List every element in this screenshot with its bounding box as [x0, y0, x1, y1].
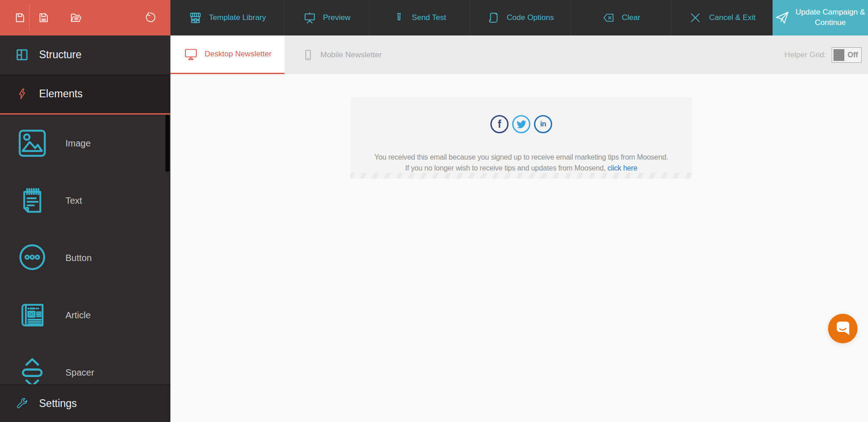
- element-item-label: Button: [65, 253, 92, 263]
- footer-text-line1: You received this email because you sign…: [350, 153, 692, 161]
- open-folder-icon[interactable]: [69, 11, 83, 24]
- save-icon[interactable]: [14, 12, 26, 24]
- facebook-icon[interactable]: f: [490, 115, 509, 133]
- helper-grid-toggle[interactable]: Off: [832, 47, 862, 63]
- code-options-button[interactable]: Code Options: [470, 0, 571, 35]
- cancel-exit-button[interactable]: Cancel & Exit: [671, 0, 773, 35]
- desktop-monitor-icon: [183, 47, 199, 61]
- notepad-icon: [16, 185, 48, 216]
- top-toolbar: Template Library Preview Send Test Code …: [0, 0, 868, 35]
- clear-backspace-icon: [602, 11, 615, 24]
- email-footer-block[interactable]: f in You received this email because you…: [350, 97, 692, 179]
- chat-bubble-smile-icon: [828, 314, 858, 343]
- presentation-icon: [303, 11, 316, 25]
- toggle-knob: [833, 49, 844, 61]
- toolbar-dotted-divider: [29, 5, 30, 30]
- lightning-icon: [15, 87, 29, 100]
- footer-line2-prefix: If you no longer wish to receive tips an…: [405, 164, 608, 172]
- sidebar-item-structure[interactable]: Structure: [0, 35, 170, 74]
- helper-grid-control: Helper Grid: Off: [784, 35, 862, 74]
- spacer-arrows-icon: [16, 357, 48, 384]
- sidebar-item-elements[interactable]: Elements: [0, 74, 170, 115]
- x-icon: [688, 11, 702, 25]
- toolbar-buttons: Template Library Preview Send Test Code …: [170, 0, 773, 35]
- circle-dots-icon: [16, 242, 48, 274]
- update-campaign-continue-label: Update Campaign & Continue: [794, 7, 866, 28]
- template-library-button[interactable]: Template Library: [170, 0, 284, 35]
- code-options-label: Code Options: [507, 13, 554, 22]
- newspaper-icon: [16, 299, 48, 331]
- tab-desktop-newsletter[interactable]: Desktop Newsletter: [170, 35, 284, 74]
- undo-icon[interactable]: [144, 11, 156, 25]
- clear-label: Clear: [622, 13, 640, 22]
- smartphone-icon: [302, 48, 314, 62]
- sidebar-item-settings[interactable]: Settings: [0, 384, 170, 422]
- scroll-icon: [487, 11, 500, 24]
- clear-button[interactable]: Clear: [571, 0, 671, 35]
- element-item-spacer[interactable]: Spacer: [0, 344, 170, 384]
- save-as-icon[interactable]: [38, 12, 50, 24]
- newsletter-canvas: f in You received this email because you…: [170, 74, 868, 422]
- moosend-campaign-editor: Template Library Preview Send Test Code …: [0, 0, 868, 422]
- footer-text-line2: If you no longer wish to receive tips an…: [350, 164, 692, 172]
- sidebar-scrollbar-thumb[interactable]: [165, 115, 170, 172]
- elements-list: Image Text Button Article: [0, 115, 170, 384]
- element-item-image[interactable]: Image: [0, 115, 170, 172]
- element-item-text[interactable]: Text: [0, 172, 170, 229]
- cancel-exit-label: Cancel & Exit: [709, 13, 755, 22]
- tab-desktop-label: Desktop Newsletter: [205, 50, 271, 59]
- twitter-icon[interactable]: [512, 115, 530, 133]
- update-campaign-continue-button[interactable]: Update Campaign & Continue: [773, 0, 868, 35]
- layout-panes-icon: [15, 48, 29, 62]
- template-library-label: Template Library: [209, 13, 266, 22]
- email-block-edge-pattern: [350, 173, 692, 179]
- element-item-label: Spacer: [65, 367, 94, 378]
- sidebar-elements-label: Elements: [39, 88, 83, 100]
- element-item-label: Text: [65, 196, 82, 206]
- chat-launcher-button[interactable]: [828, 314, 858, 343]
- newsletter-tabbar: Desktop Newsletter Mobile Newsletter Hel…: [170, 35, 868, 74]
- preview-button[interactable]: Preview: [284, 0, 369, 35]
- send-test-button[interactable]: Send Test: [369, 0, 470, 35]
- element-item-label: Article: [65, 310, 91, 321]
- tab-mobile-label: Mobile Newsletter: [320, 50, 382, 60]
- element-item-label: Image: [65, 138, 91, 149]
- tab-mobile-newsletter[interactable]: Mobile Newsletter: [302, 35, 382, 74]
- storefront-icon: [189, 11, 202, 25]
- sidebar-structure-label: Structure: [39, 49, 81, 61]
- editor-sidebar: Structure Elements Image Text: [0, 35, 170, 422]
- send-test-label: Send Test: [412, 13, 446, 22]
- toggle-state-label: Off: [844, 51, 861, 59]
- helper-grid-label: Helper Grid:: [784, 50, 826, 60]
- preview-label: Preview: [323, 13, 350, 22]
- paper-plane-icon: [774, 10, 790, 25]
- social-icons-row: f in: [350, 97, 692, 133]
- wrench-icon: [15, 397, 29, 410]
- unsubscribe-link[interactable]: click here: [608, 164, 638, 172]
- sidebar-settings-label: Settings: [39, 397, 77, 410]
- image-icon: [16, 127, 48, 159]
- test-tube-icon: [393, 11, 405, 24]
- linkedin-icon[interactable]: in: [534, 115, 552, 133]
- file-actions-area: [0, 0, 170, 35]
- element-item-article[interactable]: Article: [0, 286, 170, 344]
- element-item-button[interactable]: Button: [0, 229, 170, 286]
